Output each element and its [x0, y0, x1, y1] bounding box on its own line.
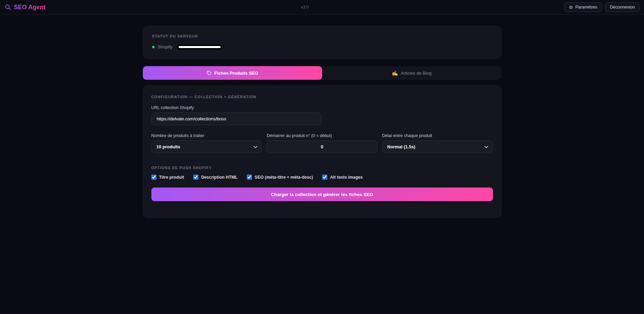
config-card-heading: CONFIGURATION — COLLECTION + GÉNÉRATION [151, 95, 493, 99]
push-options-row: Titre produit Description HTML SEO (méta… [151, 175, 493, 180]
status-card-heading: STATUT DU SERVEUR [152, 34, 492, 38]
url-field-label: URL collection Shopify [151, 105, 493, 110]
option-description-html[interactable]: Description HTML [193, 175, 238, 180]
tab-products-label: Fiches Produits SEO [214, 71, 258, 76]
option-alt-texts[interactable]: Alt texts images [322, 175, 363, 180]
option-seo-meta-label: SEO (méta-titre + méta-desc) [255, 175, 313, 180]
tab-fiches-produits-seo[interactable]: Fiches Produits SEO [143, 66, 322, 80]
settings-button-label: Paramètres [575, 5, 597, 10]
settings-button[interactable]: ⚙ Paramètres [564, 2, 602, 12]
start-index-input[interactable] [267, 140, 377, 153]
option-description-html-label: Description HTML [201, 175, 238, 180]
main-content: STATUT DU SERVEUR Shopify Fiches Produit… [143, 26, 501, 218]
tag-icon [207, 71, 212, 76]
status-online-dot [152, 46, 155, 48]
option-seo-meta[interactable]: SEO (méta-titre + méta-desc) [247, 175, 313, 180]
delay-select[interactable]: Normal (1.5s) [382, 140, 493, 153]
topbar-actions: ⚙ Paramètres Déconnexion [564, 2, 640, 12]
option-alt-texts-checkbox[interactable] [322, 175, 327, 180]
option-seo-meta-checkbox[interactable] [247, 175, 252, 180]
config-fields-row: Nombre de produits à traiter 10 produits… [151, 133, 493, 153]
app-title: SEO Agent [14, 4, 46, 11]
server-status-card: STATUT DU SERVEUR Shopify [143, 26, 501, 59]
option-description-html-checkbox[interactable] [193, 175, 198, 180]
tab-articles-de-blog[interactable]: ✍ Articles de Blog [322, 66, 501, 80]
configuration-card: CONFIGURATION — COLLECTION + GÉNÉRATION … [143, 85, 501, 218]
app-version: v3.0 [46, 5, 564, 10]
products-count-field: Nombre de produits à traiter 10 produits [151, 133, 262, 153]
delay-label: Délai entre chaque produit [382, 133, 493, 138]
logout-button[interactable]: Déconnexion [605, 2, 640, 12]
url-field-block: URL collection Shopify [151, 105, 493, 125]
start-index-field: Démarrer au produit n° (0 = début) [267, 133, 377, 153]
writing-hand-icon: ✍ [392, 71, 398, 76]
push-options-heading: OPTIONS DE PUSH SHOPIFY [151, 166, 493, 170]
tab-blog-label: Articles de Blog [401, 71, 432, 76]
start-index-label: Démarrer au produit n° (0 = début) [267, 133, 377, 138]
products-count-label: Nombre de produits à traiter [151, 133, 262, 138]
option-alt-texts-label: Alt texts images [330, 175, 363, 180]
shopify-status-row: Shopify [152, 44, 492, 49]
search-icon [4, 4, 11, 11]
option-titre-produit-checkbox[interactable] [151, 175, 156, 180]
delay-field: Délai entre chaque produit Normal (1.5s) [382, 133, 493, 153]
option-titre-produit-label: Titre produit [159, 175, 184, 180]
products-count-select[interactable]: 10 produits [151, 140, 262, 153]
app-logo: SEO Agent [4, 4, 46, 11]
option-titre-produit[interactable]: Titre produit [151, 175, 184, 180]
service-name: Shopify [158, 44, 173, 49]
tabbar: Fiches Produits SEO ✍ Articles de Blog [143, 66, 501, 80]
logout-button-label: Déconnexion [610, 5, 635, 10]
redacted-value [177, 45, 222, 49]
topbar: SEO Agent v3.0 ⚙ Paramètres Déconnexion [0, 0, 644, 15]
generate-seo-button[interactable]: Charger la collection et générer les fic… [151, 188, 493, 201]
collection-url-input[interactable] [151, 113, 321, 125]
gear-icon: ⚙ [569, 5, 573, 10]
